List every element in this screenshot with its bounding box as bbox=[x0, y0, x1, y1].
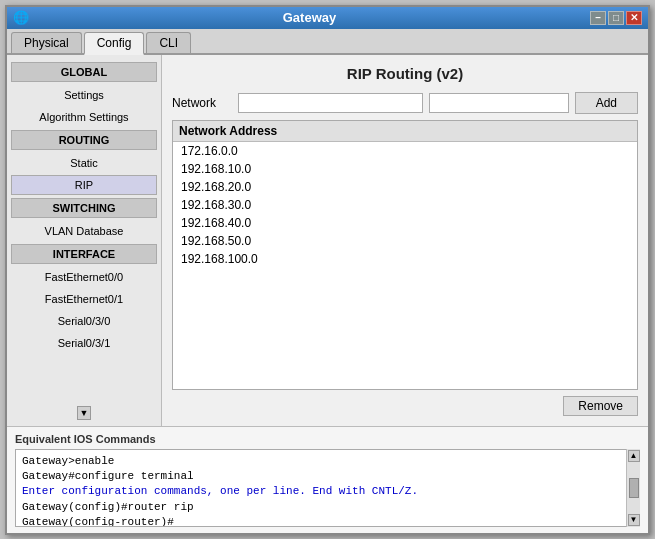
tab-physical[interactable]: Physical bbox=[11, 32, 82, 53]
window-controls: – □ ✕ bbox=[590, 11, 642, 25]
window-icon: 🌐 bbox=[13, 10, 29, 25]
table-row[interactable]: 172.16.0.0 bbox=[173, 142, 637, 160]
sidebar-item-fe00[interactable]: FastEthernet0/0 bbox=[11, 267, 157, 287]
sidebar-section-global: GLOBAL bbox=[11, 62, 157, 82]
cli-line-2: Gateway#configure terminal bbox=[22, 469, 621, 484]
network-input[interactable] bbox=[238, 93, 423, 113]
add-button[interactable]: Add bbox=[575, 92, 638, 114]
table-row[interactable]: 192.168.100.0 bbox=[173, 250, 637, 268]
remove-button[interactable]: Remove bbox=[563, 396, 638, 416]
content-area: RIP Routing (v2) Network Add Network Add… bbox=[162, 55, 648, 426]
network-row: Network Add bbox=[172, 92, 638, 114]
panel-title: RIP Routing (v2) bbox=[172, 65, 638, 82]
sidebar-scroll-down[interactable]: ▼ bbox=[77, 406, 91, 420]
cli-scroll-up[interactable]: ▲ bbox=[628, 450, 640, 462]
cli-line-1: Gateway>enable bbox=[22, 454, 621, 469]
sidebar: GLOBAL Settings Algorithm Settings ROUTI… bbox=[7, 55, 162, 426]
sidebar-section-interface: INTERFACE bbox=[11, 244, 157, 264]
sidebar-scroll: ▼ bbox=[7, 405, 161, 421]
equivalent-ios-label: Equivalent IOS Commands bbox=[15, 433, 640, 445]
network-table: Network Address 172.16.0.0 192.168.10.0 … bbox=[172, 120, 638, 390]
cli-scroll-thumb[interactable] bbox=[629, 478, 639, 498]
cli-line-5: Gateway(config-router)# bbox=[22, 515, 621, 526]
address-input[interactable] bbox=[429, 93, 569, 113]
sidebar-item-algorithm-settings[interactable]: Algorithm Settings bbox=[11, 107, 157, 127]
close-button[interactable]: ✕ bbox=[626, 11, 642, 25]
sidebar-item-vlan-database[interactable]: VLAN Database bbox=[11, 221, 157, 241]
main-content: GLOBAL Settings Algorithm Settings ROUTI… bbox=[7, 55, 648, 426]
tab-bar: Physical Config CLI bbox=[7, 29, 648, 55]
cli-output: Gateway>enable Gateway#configure termina… bbox=[15, 449, 640, 527]
cli-line-3: Enter configuration commands, one per li… bbox=[22, 484, 621, 499]
window-title: Gateway bbox=[283, 10, 336, 25]
table-row[interactable]: 192.168.40.0 bbox=[173, 214, 637, 232]
tab-cli[interactable]: CLI bbox=[146, 32, 191, 53]
title-bar: 🌐 Gateway – □ ✕ bbox=[7, 7, 648, 29]
tab-config[interactable]: Config bbox=[84, 32, 145, 55]
cli-output-container: Gateway>enable Gateway#configure termina… bbox=[15, 449, 640, 527]
sidebar-item-fe01[interactable]: FastEthernet0/1 bbox=[11, 289, 157, 309]
table-row[interactable]: 192.168.20.0 bbox=[173, 178, 637, 196]
table-row[interactable]: 192.168.50.0 bbox=[173, 232, 637, 250]
sidebar-item-s030[interactable]: Serial0/3/0 bbox=[11, 311, 157, 331]
sidebar-item-s031[interactable]: Serial0/3/1 bbox=[11, 333, 157, 353]
cli-line-4: Gateway(config)#router rip bbox=[22, 500, 621, 515]
maximize-button[interactable]: □ bbox=[608, 11, 624, 25]
sidebar-section-switching: SWITCHING bbox=[11, 198, 157, 218]
sidebar-item-settings[interactable]: Settings bbox=[11, 85, 157, 105]
main-window: 🌐 Gateway – □ ✕ Physical Config CLI GLOB… bbox=[5, 5, 650, 535]
network-table-header: Network Address bbox=[173, 121, 637, 142]
minimize-button[interactable]: – bbox=[590, 11, 606, 25]
cli-scroll-down[interactable]: ▼ bbox=[628, 514, 640, 526]
network-label: Network bbox=[172, 96, 232, 110]
sidebar-item-static[interactable]: Static bbox=[11, 153, 157, 173]
table-row[interactable]: 192.168.10.0 bbox=[173, 160, 637, 178]
sidebar-item-rip[interactable]: RIP bbox=[11, 175, 157, 195]
table-row[interactable]: 192.168.30.0 bbox=[173, 196, 637, 214]
sidebar-section-routing: ROUTING bbox=[11, 130, 157, 150]
cli-scrollbar: ▲ ▼ bbox=[626, 449, 640, 527]
bottom-section: Equivalent IOS Commands Gateway>enable G… bbox=[7, 426, 648, 533]
